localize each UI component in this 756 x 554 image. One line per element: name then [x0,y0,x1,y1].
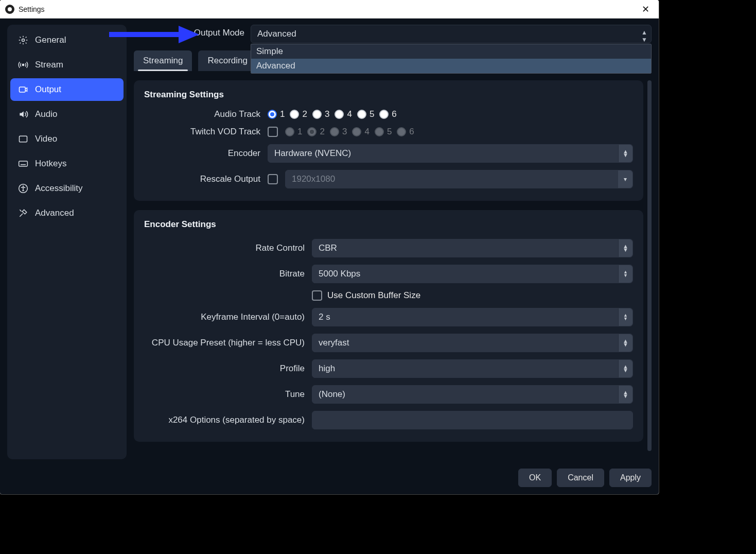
vod-track-6 [397,127,406,136]
vod-track-3 [330,127,339,136]
streaming-settings-card: Streaming Settings Audio Track 1 2 3 4 5 [134,80,643,201]
sidebar-item-stream[interactable]: Stream [10,54,124,76]
audio-track-4[interactable] [335,110,344,119]
audio-track-label: Audio Track [144,109,260,119]
bitrate-value: 5000 Kbps [319,269,360,279]
content-area: General Stream Output Audio Video [0,19,659,494]
rate-control-select[interactable]: CBR ▲▼ [312,239,633,257]
sidebar-item-label: Advanced [35,208,74,218]
tab-streaming[interactable]: Streaming [134,50,192,71]
tools-icon [17,207,29,219]
sidebar-item-audio[interactable]: Audio [10,103,124,126]
keyframe-interval-value: 2 s [319,312,330,322]
video-icon [17,133,29,145]
streaming-settings-heading: Streaming Settings [144,90,633,100]
close-button[interactable]: ✕ [635,2,656,17]
profile-label: Profile [144,363,305,374]
sidebar-item-output[interactable]: Output [10,78,124,101]
rescale-output-select[interactable]: 1920x1080 ▾ [285,170,633,188]
rescale-output-label: Rescale Output [144,174,260,184]
main-panel: Output Mode Advanced ▲▼ Simple Advanced [134,25,652,459]
audio-track-5[interactable] [357,110,366,119]
use-custom-buffer-checkbox[interactable] [312,290,322,301]
sidebar-item-label: General [35,35,66,45]
tab-recording[interactable]: Recording [198,50,257,71]
tune-value: (None) [319,389,345,400]
cpu-preset-label: CPU Usage Preset (higher = less CPU) [144,338,305,348]
accessibility-icon [17,183,29,194]
encoder-select[interactable]: Hardware (NVENC) ▲▼ [268,144,633,163]
updown-icon: ▲▼ [618,265,632,283]
rescale-output-value: 1920x1080 [292,174,335,184]
cancel-button[interactable]: Cancel [557,469,604,487]
bitrate-spinbox[interactable]: 5000 Kbps ▲▼ [312,265,633,283]
twitch-vod-track-radios: 1 2 3 4 5 6 [285,127,633,137]
cpu-preset-select[interactable]: veryfast ▲▼ [312,334,633,352]
updown-icon: ▲▼ [618,145,632,162]
tab-label: Recording [207,56,248,65]
svg-rect-4 [19,161,28,166]
bitrate-label: Bitrate [144,269,305,279]
sidebar-item-label: Audio [35,109,57,119]
audio-track-6[interactable] [379,110,389,119]
vod-track-4 [352,127,361,136]
rescale-output-checkbox[interactable] [268,174,278,184]
sidebar-item-accessibility[interactable]: Accessibility [10,177,124,200]
vod-track-1 [285,127,294,136]
tune-label: Tune [144,389,305,400]
encoder-label: Encoder [144,148,260,159]
broadcast-icon [17,59,29,71]
profile-value: high [319,363,335,374]
updown-icon: ▲▼ [618,386,632,403]
keyframe-interval-spinbox[interactable]: 2 s ▲▼ [312,308,633,326]
sidebar-item-label: Video [35,134,57,144]
audio-track-2[interactable] [290,110,299,119]
sidebar-item-hotkeys[interactable]: Hotkeys [10,152,124,175]
sidebar-item-advanced[interactable]: Advanced [10,202,124,224]
tab-label: Streaming [143,56,183,65]
vod-track-2 [307,127,317,136]
output-mode-option-simple[interactable]: Simple [251,44,651,59]
output-mode-value: Advanced [257,29,296,39]
title-bar: Settings ✕ [0,0,659,19]
updown-icon: ▲▼ [618,308,632,326]
profile-select[interactable]: high ▲▼ [312,359,633,378]
rate-control-value: CBR [319,243,337,253]
output-mode-option-advanced[interactable]: Advanced [251,59,651,73]
svg-rect-3 [20,136,27,142]
encoder-value: Hardware (NVENC) [274,148,351,159]
sidebar-item-label: Hotkeys [35,159,66,169]
sidebar: General Stream Output Audio Video [7,25,127,459]
tune-select[interactable]: (None) ▲▼ [312,385,633,404]
apply-button[interactable]: Apply [609,469,652,487]
audio-track-3[interactable] [312,110,322,119]
obs-logo-icon [5,5,14,14]
audio-track-1[interactable] [268,110,277,119]
cpu-preset-value: veryfast [319,338,349,348]
encoder-settings-card: Encoder Settings Rate Control CBR ▲▼ [134,210,643,442]
scrollbar[interactable] [647,80,652,451]
twitch-vod-track-checkbox[interactable] [268,127,278,137]
updown-icon: ▲▼ [618,334,632,352]
ok-button[interactable]: OK [518,469,552,487]
svg-point-6 [23,186,24,187]
svg-point-0 [22,39,25,42]
svg-point-1 [22,64,24,65]
x264-options-label: x264 Options (separated by space) [144,415,305,425]
vod-track-5 [375,127,384,136]
keyframe-interval-label: Keyframe Interval (0=auto) [144,312,305,322]
sidebar-item-video[interactable]: Video [10,128,124,150]
output-icon [17,84,29,95]
x264-options-input[interactable] [312,411,633,429]
chevron-down-icon: ▾ [618,170,632,188]
output-mode-row: Output Mode Advanced ▲▼ Simple Advanced [134,25,652,43]
rate-control-label: Rate Control [144,243,305,253]
svg-rect-2 [20,87,26,92]
audio-track-radios: 1 2 3 4 5 6 [268,109,633,119]
gear-icon [17,34,29,46]
sidebar-item-general[interactable]: General [10,29,124,51]
settings-window: Settings ✕ General Stream Output [0,0,659,494]
twitch-vod-track-label: Twitch VOD Track [144,127,260,137]
output-mode-select[interactable]: Advanced ▲▼ [251,25,652,43]
sidebar-item-label: Accessibility [35,183,83,194]
